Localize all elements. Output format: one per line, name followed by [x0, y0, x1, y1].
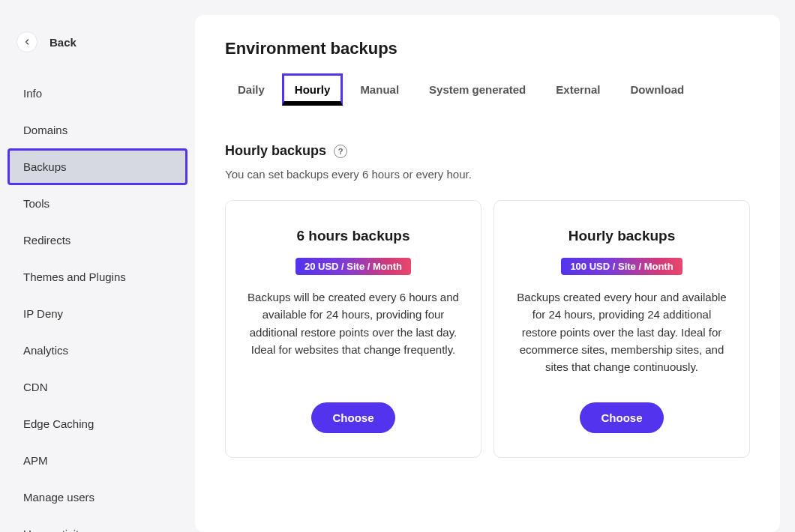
price-badge: 20 USD / Site / Month [296, 258, 411, 275]
section-subtitle: You can set backups every 6 hours or eve… [225, 168, 750, 181]
main-panel: Environment backups DailyHourlyManualSys… [195, 15, 780, 532]
price-badge: 100 USD / Site / Month [561, 258, 682, 275]
sidebar-item-ip-deny[interactable]: IP Deny [8, 295, 188, 332]
sidebar-item-redirects[interactable]: Redirects [8, 222, 188, 259]
back-button[interactable] [16, 31, 38, 52]
plan-card-title: Hourly backups [568, 228, 676, 244]
plan-card-description: Backups will be created every 6 hours an… [247, 288, 460, 358]
sidebar-item-apm[interactable]: APM [8, 442, 188, 479]
tab-download[interactable]: Download [618, 73, 698, 106]
sidebar-item-domains[interactable]: Domains [8, 112, 188, 148]
plan-card: 6 hours backups20 USD / Site / MonthBack… [225, 200, 482, 458]
sidebar-item-themes-and-plugins[interactable]: Themes and Plugins [8, 259, 188, 295]
tab-manual[interactable]: Manual [347, 73, 412, 106]
choose-button[interactable]: Choose [311, 402, 394, 433]
sidebar-item-manage-users[interactable]: Manage users [8, 479, 188, 516]
sidebar-item-info[interactable]: Info [8, 75, 188, 112]
tab-system-generated[interactable]: System generated [416, 73, 538, 106]
help-icon[interactable]: ? [334, 145, 347, 158]
sidebar-nav: InfoDomainsBackupsToolsRedirectsThemes a… [8, 75, 188, 532]
tabs: DailyHourlyManualSystem generatedExterna… [225, 73, 750, 106]
plan-card-title: 6 hours backups [297, 228, 410, 244]
sidebar-item-edge-caching[interactable]: Edge Caching [8, 405, 188, 442]
back-label: Back [50, 36, 76, 49]
sidebar: Back InfoDomainsBackupsToolsRedirectsThe… [0, 0, 195, 532]
choose-button[interactable]: Choose [580, 402, 663, 433]
plan-card-description: Backups created every hour and available… [515, 288, 728, 375]
section-header: Hourly backups ? [225, 143, 750, 159]
back-row: Back [8, 31, 188, 52]
sidebar-item-cdn[interactable]: CDN [8, 369, 188, 405]
tab-daily[interactable]: Daily [225, 73, 278, 106]
tab-external[interactable]: External [543, 73, 613, 106]
plan-card: Hourly backups100 USD / Site / MonthBack… [494, 200, 750, 458]
section-title: Hourly backups [225, 143, 326, 159]
arrow-left-icon [22, 37, 32, 46]
plan-cards: 6 hours backups20 USD / Site / MonthBack… [225, 200, 750, 458]
sidebar-item-analytics[interactable]: Analytics [8, 332, 188, 369]
sidebar-item-tools[interactable]: Tools [8, 185, 188, 222]
page-title: Environment backups [225, 39, 750, 58]
sidebar-item-user-activity[interactable]: User activity [8, 516, 188, 532]
sidebar-item-backups[interactable]: Backups [8, 148, 188, 185]
tab-hourly[interactable]: Hourly [282, 73, 344, 106]
